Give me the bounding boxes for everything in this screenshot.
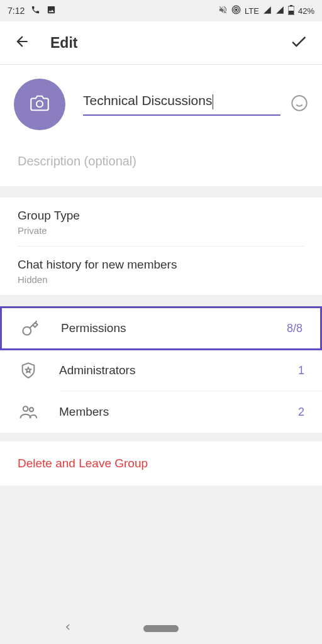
permissions-value: 8/8 [287, 322, 303, 335]
group-name-input[interactable]: Technical Discussions [83, 93, 280, 116]
text-cursor [213, 94, 213, 109]
nav-home-pill[interactable] [143, 625, 179, 632]
section-gap [0, 186, 322, 197]
mute-icon [218, 5, 228, 16]
nav-back-button[interactable] [63, 622, 73, 635]
svg-rect-5 [289, 11, 294, 14]
group-type-label: Group Type [18, 209, 304, 223]
group-avatar-button[interactable] [14, 79, 65, 130]
section-gap [0, 433, 322, 441]
members-label: Members [59, 405, 279, 419]
emoji-button[interactable] [291, 94, 308, 114]
members-row[interactable]: Members 2 [0, 391, 322, 433]
hotspot-icon [231, 5, 241, 16]
signal-icon [263, 6, 272, 16]
network-type: LTE [245, 6, 259, 16]
svg-point-7 [292, 96, 306, 110]
phone-icon [31, 5, 40, 16]
svg-point-11 [30, 408, 33, 411]
key-icon [18, 319, 42, 337]
administrators-value: 1 [298, 364, 304, 377]
signal-icon-2 [275, 6, 284, 16]
section-gap [0, 295, 322, 306]
page-title: Edit [50, 35, 269, 52]
svg-point-6 [36, 101, 43, 107]
description-input[interactable]: Description (optional) [0, 142, 322, 186]
delete-leave-button[interactable]: Delete and Leave Group [0, 441, 322, 486]
administrators-row[interactable]: Administrators 1 [0, 350, 322, 391]
status-bar: 7:12 LTE 42% [0, 0, 322, 21]
description-placeholder: Description (optional) [18, 154, 136, 168]
people-icon [16, 402, 40, 421]
administrators-label: Administrators [59, 364, 279, 377]
back-button[interactable] [14, 33, 30, 52]
status-time: 7:12 [8, 6, 25, 16]
group-header-section: Technical Discussions [0, 65, 322, 142]
shield-star-icon [16, 362, 40, 379]
permissions-label: Permissions [61, 321, 268, 335]
camera-icon [30, 94, 49, 115]
group-name-text: Technical Discussions [83, 93, 212, 108]
chat-history-value: Hidden [18, 274, 304, 285]
group-type-value: Private [18, 225, 304, 236]
battery-icon [288, 5, 294, 17]
confirm-button[interactable] [289, 32, 308, 53]
chat-history-label: Chat history for new members [18, 258, 304, 272]
app-header: Edit [0, 21, 322, 64]
image-icon [47, 5, 56, 16]
delete-leave-label: Delete and Leave Group [18, 457, 148, 470]
svg-point-10 [23, 406, 28, 411]
members-value: 2 [298, 406, 304, 419]
svg-point-0 [235, 9, 237, 11]
system-nav-bar [0, 613, 322, 644]
chat-history-row[interactable]: Chat history for new members Hidden [0, 247, 322, 295]
group-type-row[interactable]: Group Type Private [0, 197, 322, 246]
permissions-row[interactable]: Permissions 8/8 [0, 306, 322, 350]
battery-percent: 42% [298, 6, 314, 16]
